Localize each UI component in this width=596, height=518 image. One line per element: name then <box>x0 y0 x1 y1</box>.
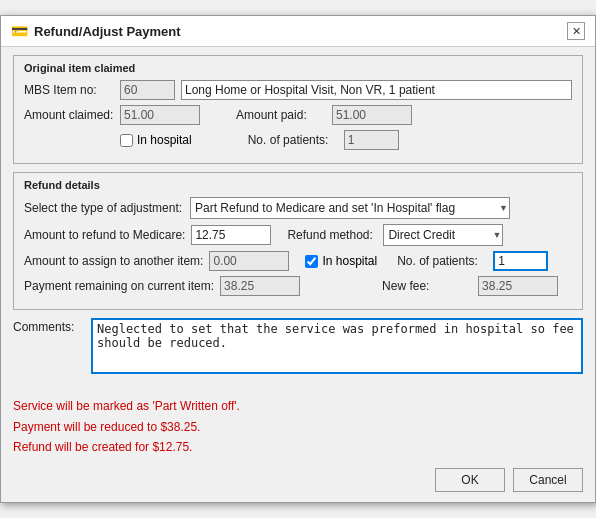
assign-row: Amount to assign to another item: In hos… <box>24 251 572 271</box>
amount-assign-input[interactable] <box>209 251 289 271</box>
buttons-row: OK Cancel <box>1 464 595 502</box>
comments-section: Comments: Neglected to set that the serv… <box>13 318 583 374</box>
comments-textarea[interactable]: Neglected to set that the service was pr… <box>91 318 583 374</box>
payment-remaining-input[interactable] <box>220 276 300 296</box>
refund-method-label: Refund method: <box>287 228 377 242</box>
new-fee-input[interactable] <box>478 276 558 296</box>
adjustment-type-row: Select the type of adjustment: Part Refu… <box>24 197 572 219</box>
amount-assign-label: Amount to assign to another item: <box>24 254 203 268</box>
refund-section-legend: Refund details <box>24 179 572 191</box>
dialog-title: Refund/Adjust Payment <box>34 24 181 39</box>
status-line-1: Service will be marked as 'Part Written … <box>13 396 583 416</box>
refund-in-hospital-checkbox[interactable] <box>305 255 318 268</box>
refund-method-select[interactable]: Direct Credit Cheque Cash <box>383 224 503 246</box>
status-line-3: Refund will be created for $12.75. <box>13 437 583 457</box>
adjustment-type-select-wrap: Part Refund to Medicare and set 'In Hosp… <box>190 197 510 219</box>
refund-method-row: Amount to refund to Medicare: Refund met… <box>24 224 572 246</box>
adjustment-type-label: Select the type of adjustment: <box>24 201 184 215</box>
ok-button[interactable]: OK <box>435 468 505 492</box>
amount-claimed-label: Amount claimed: <box>24 108 114 122</box>
titlebar-left: 💳 Refund/Adjust Payment <box>11 23 181 39</box>
comments-label: Comments: <box>13 318 83 334</box>
no-patients-input[interactable] <box>344 130 399 150</box>
close-button[interactable]: ✕ <box>567 22 585 40</box>
amount-paid-input[interactable] <box>332 105 412 125</box>
amount-row: Amount claimed: Amount paid: <box>24 105 572 125</box>
new-fee-label: New fee: <box>382 279 472 293</box>
no-patients-label: No. of patients: <box>248 133 338 147</box>
mbs-row: MBS Item no: <box>24 80 572 100</box>
amount-refund-label: Amount to refund to Medicare: <box>24 228 185 242</box>
refund-no-patients-label: No. of patients: <box>397 254 487 268</box>
description-input <box>181 80 572 100</box>
payment-remaining-row: Payment remaining on current item: New f… <box>24 276 572 296</box>
amount-refund-input[interactable] <box>191 225 271 245</box>
payment-remaining-label: Payment remaining on current item: <box>24 279 214 293</box>
amount-paid-label: Amount paid: <box>236 108 326 122</box>
in-hospital-row: In hospital <box>120 133 192 147</box>
title-icon: 💳 <box>11 23 28 39</box>
refund-in-hospital-row: In hospital <box>305 254 377 268</box>
original-section-legend: Original item claimed <box>24 62 572 74</box>
refund-in-hospital-label: In hospital <box>322 254 377 268</box>
dialog-refund-adjust: 💳 Refund/Adjust Payment ✕ Original item … <box>0 15 596 502</box>
adjustment-type-select[interactable]: Part Refund to Medicare and set 'In Hosp… <box>190 197 510 219</box>
original-section: Original item claimed MBS Item no: Amoun… <box>13 55 583 164</box>
titlebar: 💳 Refund/Adjust Payment ✕ <box>1 16 595 47</box>
cancel-button[interactable]: Cancel <box>513 468 583 492</box>
mbs-label: MBS Item no: <box>24 83 114 97</box>
refund-section: Refund details Select the type of adjust… <box>13 172 583 310</box>
in-hospital-label: In hospital <box>137 133 192 147</box>
in-hospital-checkbox[interactable] <box>120 134 133 147</box>
refund-no-patients-input[interactable] <box>493 251 548 271</box>
dialog-body: Original item claimed MBS Item no: Amoun… <box>1 47 595 392</box>
mbs-value-input[interactable] <box>120 80 175 100</box>
status-line-2: Payment will be reduced to $38.25. <box>13 417 583 437</box>
refund-method-select-wrap: Direct Credit Cheque Cash ▼ <box>383 224 503 246</box>
status-messages: Service will be marked as 'Part Written … <box>1 392 595 463</box>
hospital-patients-row: In hospital No. of patients: <box>24 130 572 150</box>
amount-claimed-input[interactable] <box>120 105 200 125</box>
